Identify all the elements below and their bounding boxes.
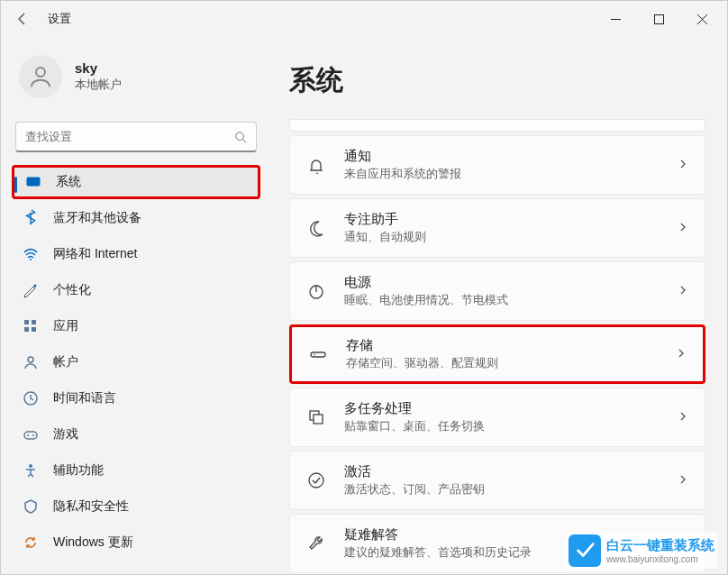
main-content: 系统 通知来自应用和系统的警报专注助手通知、自动规则电源睡眠、电池使用情况、节电… <box>271 37 727 574</box>
multitask-icon <box>306 407 326 427</box>
back-button[interactable] <box>5 1 41 37</box>
search-input[interactable] <box>25 130 234 143</box>
card-storage[interactable]: 存储存储空间、驱动器、配置规则 <box>289 324 705 384</box>
sidebar-item-personalize[interactable]: 个性化 <box>12 273 260 307</box>
sidebar-item-network[interactable]: 网络和 Internet <box>12 237 260 271</box>
card-title: 电源 <box>344 274 678 291</box>
close-icon <box>697 14 707 24</box>
sidebar-item-time[interactable]: 时间和语言 <box>12 381 260 415</box>
sidebar-item-label: 蓝牙和其他设备 <box>53 210 141 226</box>
person-icon <box>27 63 54 90</box>
svg-rect-15 <box>24 432 37 439</box>
card-title: 激活 <box>344 463 678 480</box>
svg-rect-9 <box>24 320 29 324</box>
sidebar-item-bluetooth[interactable]: 蓝牙和其他设备 <box>12 201 260 235</box>
sidebar-item-label: 应用 <box>53 318 78 334</box>
card-title: 多任务处理 <box>344 400 678 417</box>
chevron-right-icon <box>678 157 688 173</box>
nav-list: 系统蓝牙和其他设备网络和 Internet个性化应用帐户时间和语言游戏辅助功能隐… <box>12 165 260 560</box>
minimize-icon <box>611 14 621 24</box>
moon-icon <box>306 218 326 238</box>
sidebar-item-update[interactable]: Windows 更新 <box>12 525 260 560</box>
svg-point-3 <box>236 132 244 140</box>
svg-rect-21 <box>311 352 325 357</box>
system-icon <box>25 174 41 190</box>
window-controls <box>594 1 723 37</box>
sidebar-item-system[interactable]: 系统 <box>12 165 260 199</box>
svg-point-25 <box>309 473 323 488</box>
network-icon <box>23 246 39 262</box>
time-icon <box>23 390 39 406</box>
sidebar-item-label: 帐户 <box>53 354 78 370</box>
sidebar-item-label: 时间和语言 <box>53 390 116 406</box>
svg-point-8 <box>34 285 37 288</box>
card-subtitle: 存储空间、驱动器、配置规则 <box>346 356 676 371</box>
svg-line-4 <box>243 139 247 142</box>
check-icon <box>306 470 326 490</box>
watermark-url: www.baiyunxitong.com <box>606 554 714 564</box>
svg-point-2 <box>36 68 45 77</box>
card-subtitle: 通知、自动规则 <box>344 230 678 245</box>
sidebar-item-accessibility[interactable]: 辅助功能 <box>12 453 260 488</box>
close-button[interactable] <box>680 1 723 37</box>
bluetooth-icon <box>23 210 39 226</box>
sidebar-item-label: 系统 <box>56 174 81 190</box>
sidebar-item-label: Windows 更新 <box>53 534 133 551</box>
svg-point-7 <box>30 259 32 260</box>
card-moon[interactable]: 专注助手通知、自动规则 <box>289 198 705 258</box>
svg-point-18 <box>29 464 32 468</box>
card-bell[interactable]: 通知来自应用和系统的警报 <box>289 135 705 195</box>
account-name: sky <box>75 60 122 76</box>
search-box[interactable] <box>15 122 257 152</box>
storage-icon <box>308 344 328 364</box>
page-title: 系统 <box>289 62 705 99</box>
svg-rect-11 <box>24 327 29 332</box>
svg-point-22 <box>314 354 315 356</box>
watermark: 白云一键重装系统 www.baiyunxitong.com <box>565 533 718 569</box>
maximize-button[interactable] <box>637 1 680 37</box>
watermark-icon <box>569 534 601 567</box>
svg-rect-5 <box>27 178 40 186</box>
sidebar-item-privacy[interactable]: 隐私和安全性 <box>12 489 260 524</box>
apps-icon <box>23 318 39 334</box>
gaming-icon <box>23 426 39 443</box>
privacy-icon <box>23 498 39 515</box>
svg-point-13 <box>28 357 33 362</box>
svg-rect-12 <box>32 327 36 332</box>
svg-rect-10 <box>32 320 36 324</box>
card-title: 专注助手 <box>344 211 678 228</box>
chevron-right-icon <box>678 409 688 425</box>
accessibility-icon <box>23 462 39 479</box>
personalize-icon <box>23 282 39 298</box>
account-block[interactable]: sky 本地帐户 <box>12 46 260 116</box>
sidebar-item-label: 个性化 <box>53 282 91 298</box>
card-subtitle: 贴靠窗口、桌面、任务切换 <box>344 419 678 434</box>
sidebar-item-accounts[interactable]: 帐户 <box>12 345 260 379</box>
arrow-left-icon <box>15 12 30 26</box>
bell-icon <box>306 155 326 175</box>
sidebar-item-label: 辅助功能 <box>53 462 104 479</box>
svg-point-17 <box>32 434 34 436</box>
card-title: 存储 <box>346 337 676 354</box>
svg-rect-24 <box>314 415 323 424</box>
sidebar-item-label: 隐私和安全性 <box>53 498 129 515</box>
card-check[interactable]: 激活激活状态、订阅、产品密钥 <box>289 451 705 510</box>
minimize-button[interactable] <box>594 1 637 37</box>
chevron-right-icon <box>678 472 688 488</box>
chevron-right-icon <box>678 220 688 236</box>
svg-rect-1 <box>654 14 663 23</box>
sidebar-item-gaming[interactable]: 游戏 <box>12 417 260 452</box>
card-multitask[interactable]: 多任务处理贴靠窗口、桌面、任务切换 <box>289 388 705 447</box>
chevron-right-icon <box>676 346 687 362</box>
update-icon <box>23 534 39 551</box>
avatar <box>19 55 62 98</box>
window-title: 设置 <box>48 11 71 27</box>
card-power[interactable]: 电源睡眠、电池使用情况、节电模式 <box>289 261 705 321</box>
card-list: 通知来自应用和系统的警报专注助手通知、自动规则电源睡眠、电池使用情况、节电模式存… <box>289 119 705 573</box>
sidebar-item-apps[interactable]: 应用 <box>12 309 260 343</box>
chevron-right-icon <box>678 283 688 299</box>
titlebar: 设置 <box>1 1 727 37</box>
sidebar: sky 本地帐户 系统蓝牙和其他设备网络和 Internet个性化应用帐户时间和… <box>1 37 271 574</box>
watermark-text: 白云一键重装系统 <box>606 537 714 554</box>
accounts-icon <box>23 354 39 370</box>
